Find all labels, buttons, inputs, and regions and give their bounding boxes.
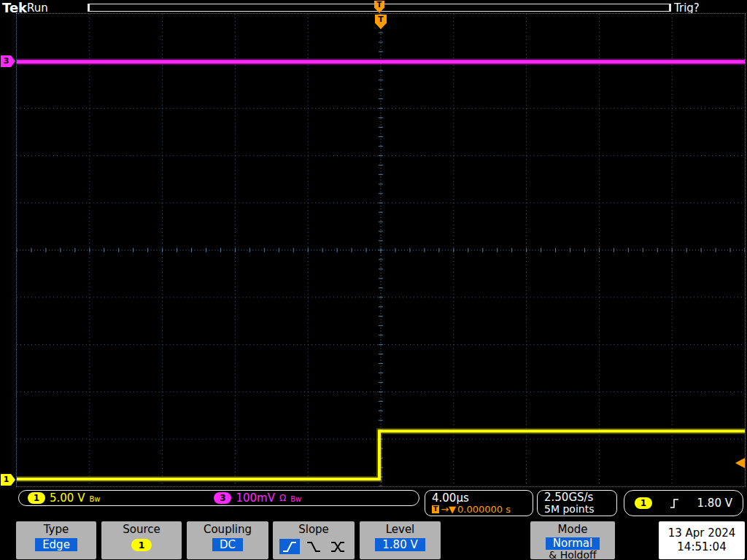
horizontal-readout-box: 4.00µs T →▼ 0.000000 s <box>425 490 533 516</box>
menu-source-label: Source <box>101 523 182 536</box>
acquisition-readout-box: 2.50GS/s 5M points <box>537 490 617 516</box>
falling-edge-icon[interactable] <box>303 539 324 554</box>
menu-type-button[interactable]: Type Edge <box>16 521 96 559</box>
record-length: 5M points <box>544 504 594 515</box>
menu-mode-value: Normal <box>546 537 600 550</box>
oscilloscope-screen: Tek Run T Trig? T 3 1 1 5.00 V Bw 3 100m… <box>0 0 747 560</box>
ch3-scale: 100mV <box>236 491 275 505</box>
menu-coupling-label: Coupling <box>187 523 268 536</box>
menu-level-value: 1.80 V <box>375 538 425 551</box>
graticule: T <box>16 13 746 487</box>
ch3-badge: 3 <box>214 492 231 504</box>
trigger-readout-box: 1 1.80 V <box>624 490 743 516</box>
rising-edge-icon[interactable] <box>279 539 300 554</box>
sample-rate: 2.50GS/s <box>544 491 593 503</box>
time-text: 14:51:04 <box>659 540 745 554</box>
ch1-bandwidth-label: Bw <box>89 493 100 503</box>
trigger-source-badge: 1 <box>635 497 652 509</box>
channel1-marker[interactable]: 1 <box>1 474 15 486</box>
menu-slope-button[interactable]: Slope <box>273 521 355 559</box>
ch1-badge: 1 <box>28 492 45 504</box>
menu-slope-label: Slope <box>273 523 355 536</box>
menu-source-button[interactable]: Source 1 <box>101 521 182 559</box>
menu-mode-button[interactable]: Mode Normal & Holdoff <box>530 521 615 559</box>
trigger-position-readout: T →▼ 0.000000 s <box>432 505 511 515</box>
menu-source-value: 1 <box>131 539 151 551</box>
slope-options <box>273 539 355 554</box>
ch3-bandwidth-label: Bw <box>290 493 301 503</box>
trigger-level-arrow[interactable] <box>735 458 745 468</box>
datetime-display: 13 Apr 2024 14:51:04 <box>659 521 745 559</box>
channel-readout-box: 1 5.00 V Bw 3 100mV Ω Bw <box>18 490 419 506</box>
either-edge-icon[interactable] <box>328 539 348 554</box>
ch3-impedance-label: Ω <box>279 493 286 503</box>
trigger-position-arrow-icon: →▼ <box>441 505 456 515</box>
timebase-scale: 4.00µs <box>432 492 469 504</box>
menu-level-button[interactable]: Level 1.80 V <box>360 521 441 559</box>
ch1-scale: 5.00 V <box>50 491 85 505</box>
rising-edge-icon <box>670 498 680 509</box>
menu-coupling-value: DC <box>212 538 243 551</box>
waveform-svg <box>17 14 745 486</box>
trigger-position-value: 0.000000 s <box>457 505 511 515</box>
menu-level-label: Level <box>360 523 441 536</box>
menu-type-value: Edge <box>35 538 77 551</box>
trigger-level-value: 1.80 V <box>697 497 732 510</box>
channel3-marker[interactable]: 3 <box>1 55 15 67</box>
menu-mode-label: Mode <box>530 523 615 536</box>
menu-coupling-button[interactable]: Coupling DC <box>187 521 268 559</box>
ch1-trace <box>17 431 745 479</box>
menu-type-label: Type <box>16 523 96 536</box>
date-text: 13 Apr 2024 <box>659 526 745 540</box>
trigger-t-badge: T <box>432 505 439 513</box>
menu-mode-value2: & Holdoff <box>530 550 615 560</box>
